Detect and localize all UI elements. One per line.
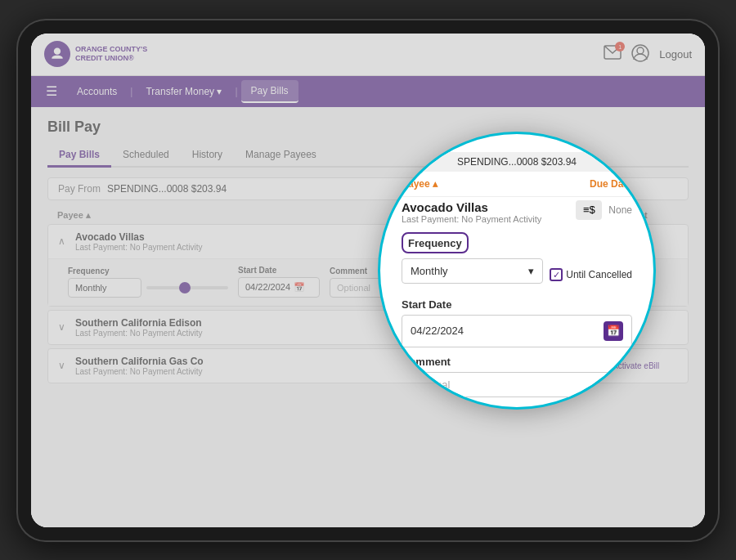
until-cancelled-label: Until Cancelled bbox=[566, 269, 632, 280]
magnified-circle: SPENDING...0008 $203.94 Payee ▴ Due Date… bbox=[378, 132, 656, 410]
mag-payee-info: Avocado Villas Last Payment: No Payment … bbox=[402, 200, 541, 224]
screen: ORANGE COUNTY'S CREDIT UNION® 1 Logout ☰… bbox=[31, 34, 705, 527]
calendar-icon[interactable]: 📅 bbox=[604, 321, 623, 341]
tablet-frame: ORANGE COUNTY'S CREDIT UNION® 1 Logout ☰… bbox=[16, 19, 720, 542]
mag-payee-actions: ≡$ None bbox=[576, 200, 632, 220]
mag-frequency-row: Monthly ▾ ✓ Until Cancelled bbox=[402, 258, 632, 292]
mag-frequency-circle: Frequency bbox=[402, 232, 469, 253]
mag-payee-row: Avocado Villas Last Payment: No Payment … bbox=[402, 200, 632, 224]
mag-start-label: Start Date bbox=[402, 298, 632, 311]
mag-checkbox[interactable]: ✓ bbox=[550, 268, 563, 281]
mag-until-cancelled: ✓ Until Cancelled bbox=[550, 268, 632, 281]
mag-column-headers: Payee ▴ Due Date bbox=[402, 178, 632, 197]
mag-frequency-section: Frequency Monthly ▾ ✓ Until Cancelled bbox=[402, 232, 632, 292]
mag-comment-label: Comment bbox=[402, 356, 632, 368]
mag-due-value: None bbox=[608, 204, 632, 216]
mag-doc-icon[interactable]: ≡$ bbox=[576, 200, 602, 220]
mag-start-date-section: Start Date 04/22/2024 📅 bbox=[402, 298, 632, 356]
chevron-down-icon: ▾ bbox=[528, 265, 534, 277]
mag-payee-name: Avocado Villas bbox=[402, 200, 541, 214]
mag-date-input[interactable]: 04/22/2024 📅 bbox=[402, 315, 632, 347]
mag-date-value: 04/22/2024 bbox=[411, 325, 464, 337]
mag-payee-sub: Last Payment: No Payment Activity bbox=[402, 214, 541, 224]
mag-frequency-select[interactable]: Monthly ▾ bbox=[402, 258, 543, 284]
mag-frequency-label: Frequency bbox=[408, 237, 462, 249]
